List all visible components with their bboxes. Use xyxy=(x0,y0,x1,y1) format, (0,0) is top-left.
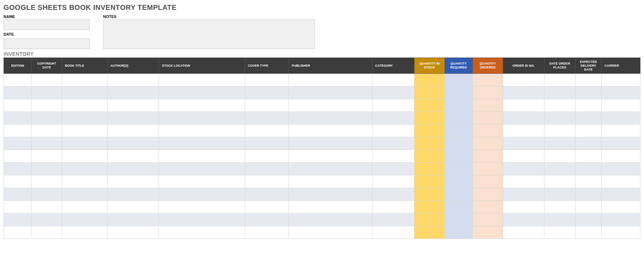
table-cell[interactable] xyxy=(372,213,414,226)
table-cell[interactable] xyxy=(544,99,575,112)
table-cell[interactable] xyxy=(503,137,544,150)
table-cell[interactable] xyxy=(445,213,472,226)
table-cell[interactable] xyxy=(372,74,414,86)
table-cell[interactable] xyxy=(289,99,372,112)
table-cell[interactable] xyxy=(107,201,159,213)
table-cell[interactable] xyxy=(245,201,288,213)
table-cell[interactable] xyxy=(107,150,159,163)
table-cell[interactable] xyxy=(62,112,107,125)
table-cell[interactable] xyxy=(544,150,575,163)
table-cell[interactable] xyxy=(602,226,640,239)
table-cell[interactable] xyxy=(4,137,32,150)
table-cell[interactable] xyxy=(602,99,640,112)
table-cell[interactable] xyxy=(159,137,245,150)
table-cell[interactable] xyxy=(62,86,107,99)
table-cell[interactable] xyxy=(31,137,62,150)
table-cell[interactable] xyxy=(372,150,414,163)
table-cell[interactable] xyxy=(602,150,640,163)
table-cell[interactable] xyxy=(602,112,640,125)
table-cell[interactable] xyxy=(544,86,575,99)
table-cell[interactable] xyxy=(472,213,503,226)
table-cell[interactable] xyxy=(4,188,32,201)
table-cell[interactable] xyxy=(159,99,245,112)
table-cell[interactable] xyxy=(414,86,445,99)
table-cell[interactable] xyxy=(62,125,107,137)
table-cell[interactable] xyxy=(472,99,503,112)
table-cell[interactable] xyxy=(472,226,503,239)
table-cell[interactable] xyxy=(414,150,445,163)
table-cell[interactable] xyxy=(472,175,503,188)
table-cell[interactable] xyxy=(245,188,288,201)
table-cell[interactable] xyxy=(414,137,445,150)
table-cell[interactable] xyxy=(503,201,544,213)
table-cell[interactable] xyxy=(414,201,445,213)
table-cell[interactable] xyxy=(107,125,159,137)
table-cell[interactable] xyxy=(602,163,640,175)
notes-input[interactable] xyxy=(103,19,315,49)
table-cell[interactable] xyxy=(245,226,288,239)
table-cell[interactable] xyxy=(4,125,32,137)
table-cell[interactable] xyxy=(4,99,32,112)
table-cell[interactable] xyxy=(245,150,288,163)
table-cell[interactable] xyxy=(62,175,107,188)
table-cell[interactable] xyxy=(107,137,159,150)
table-cell[interactable] xyxy=(372,86,414,99)
table-cell[interactable] xyxy=(245,175,288,188)
table-cell[interactable] xyxy=(576,188,602,201)
table-cell[interactable] xyxy=(503,99,544,112)
table-cell[interactable] xyxy=(4,213,32,226)
table-cell[interactable] xyxy=(289,201,372,213)
table-cell[interactable] xyxy=(472,125,503,137)
table-cell[interactable] xyxy=(289,137,372,150)
table-cell[interactable] xyxy=(602,125,640,137)
table-cell[interactable] xyxy=(31,201,62,213)
table-cell[interactable] xyxy=(289,175,372,188)
table-cell[interactable] xyxy=(503,74,544,86)
table-cell[interactable] xyxy=(107,213,159,226)
table-cell[interactable] xyxy=(372,175,414,188)
table-cell[interactable] xyxy=(503,150,544,163)
table-cell[interactable] xyxy=(289,213,372,226)
table-cell[interactable] xyxy=(372,226,414,239)
table-cell[interactable] xyxy=(576,213,602,226)
table-cell[interactable] xyxy=(602,213,640,226)
table-cell[interactable] xyxy=(472,112,503,125)
table-cell[interactable] xyxy=(31,226,62,239)
table-cell[interactable] xyxy=(414,163,445,175)
table-cell[interactable] xyxy=(107,175,159,188)
table-cell[interactable] xyxy=(159,112,245,125)
table-cell[interactable] xyxy=(576,125,602,137)
table-cell[interactable] xyxy=(4,74,32,86)
table-cell[interactable] xyxy=(62,201,107,213)
table-cell[interactable] xyxy=(245,163,288,175)
table-cell[interactable] xyxy=(602,201,640,213)
table-cell[interactable] xyxy=(503,163,544,175)
table-cell[interactable] xyxy=(245,112,288,125)
table-cell[interactable] xyxy=(414,188,445,201)
table-cell[interactable] xyxy=(503,188,544,201)
table-cell[interactable] xyxy=(159,86,245,99)
table-cell[interactable] xyxy=(445,112,472,125)
table-cell[interactable] xyxy=(445,163,472,175)
table-cell[interactable] xyxy=(445,137,472,150)
table-cell[interactable] xyxy=(576,163,602,175)
table-cell[interactable] xyxy=(576,99,602,112)
table-cell[interactable] xyxy=(159,175,245,188)
table-cell[interactable] xyxy=(289,226,372,239)
table-cell[interactable] xyxy=(372,163,414,175)
table-cell[interactable] xyxy=(289,86,372,99)
table-cell[interactable] xyxy=(445,125,472,137)
table-cell[interactable] xyxy=(31,99,62,112)
table-cell[interactable] xyxy=(4,150,32,163)
table-cell[interactable] xyxy=(31,125,62,137)
table-cell[interactable] xyxy=(544,163,575,175)
table-cell[interactable] xyxy=(4,175,32,188)
table-cell[interactable] xyxy=(576,150,602,163)
table-cell[interactable] xyxy=(159,150,245,163)
table-cell[interactable] xyxy=(576,201,602,213)
table-cell[interactable] xyxy=(372,201,414,213)
table-cell[interactable] xyxy=(159,213,245,226)
table-cell[interactable] xyxy=(107,163,159,175)
table-cell[interactable] xyxy=(576,175,602,188)
table-cell[interactable] xyxy=(414,99,445,112)
